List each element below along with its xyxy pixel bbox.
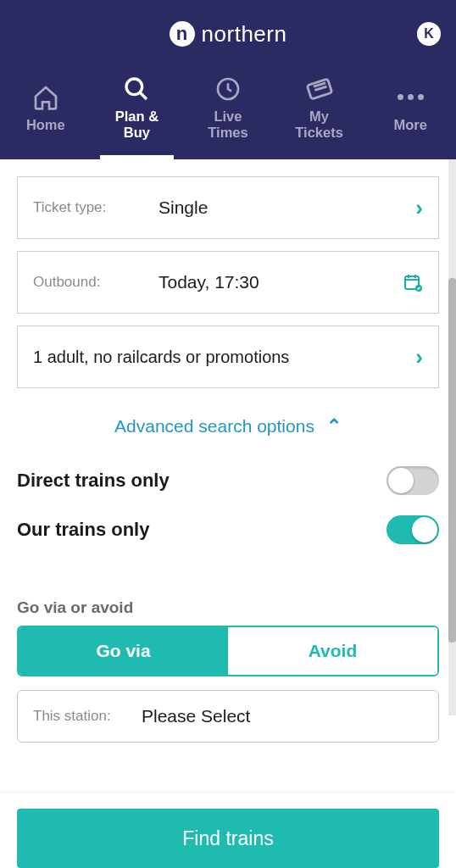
tab-label: Plan & Buy xyxy=(115,108,158,141)
tab-home[interactable]: Home xyxy=(0,68,92,159)
tab-label: Home xyxy=(26,117,65,133)
brand-logo[interactable]: n northern xyxy=(170,21,287,47)
tabs: Home Plan & Buy Live Times My Tickets Mo… xyxy=(0,68,456,159)
via-station-label: This station: xyxy=(33,708,142,725)
brand-row: n northern K xyxy=(0,0,456,68)
svg-line-1 xyxy=(140,92,147,99)
tab-more[interactable]: More xyxy=(364,68,456,159)
our-trains-switch[interactable] xyxy=(386,515,439,544)
svg-point-0 xyxy=(126,79,142,95)
via-avoid-heading: Go via or avoid xyxy=(17,598,439,617)
advanced-options-toggle[interactable]: Advanced search options ⌃ xyxy=(17,400,439,456)
svg-line-5 xyxy=(314,86,326,90)
outbound-label: Outbound: xyxy=(33,274,158,291)
via-station-field[interactable]: This station: Please Select xyxy=(17,690,439,743)
via-station-value: Please Select xyxy=(142,706,250,726)
ticket-type-label: Ticket type: xyxy=(33,199,158,216)
scrollbar-thumb[interactable] xyxy=(448,278,456,643)
direct-trains-label: Direct trains only xyxy=(17,470,170,492)
more-icon xyxy=(396,83,425,112)
tab-my-tickets[interactable]: My Tickets xyxy=(274,68,365,159)
ticket-type-field[interactable]: Ticket type: Single › xyxy=(17,176,439,239)
find-trains-button[interactable]: Find trains xyxy=(17,809,439,868)
search-icon xyxy=(122,75,151,103)
tab-plan-buy[interactable]: Plan & Buy xyxy=(92,68,183,159)
tab-label: More xyxy=(393,117,426,133)
our-trains-row: Our trains only xyxy=(17,505,439,554)
outbound-value: Today, 17:30 xyxy=(158,272,403,292)
avatar[interactable]: K xyxy=(417,22,441,46)
brand-icon: n xyxy=(170,21,195,47)
chevron-right-icon: › xyxy=(415,195,423,221)
passengers-value: 1 adult, no railcards or promotions xyxy=(33,348,415,367)
brand-wordmark: northern xyxy=(202,21,287,47)
scrollbar[interactable] xyxy=(448,159,456,715)
segment-go-via[interactable]: Go via xyxy=(19,627,228,675)
clock-icon xyxy=(214,75,242,103)
search-form: Ticket type: Single › Outbound: Today, 1… xyxy=(0,159,456,868)
advanced-options-label: Advanced search options xyxy=(114,416,314,437)
via-avoid-segmented: Go via Avoid xyxy=(17,626,439,676)
home-icon xyxy=(31,83,60,112)
tab-live-times[interactable]: Live Times xyxy=(182,68,274,159)
direct-trains-row: Direct trains only xyxy=(17,456,439,505)
direct-trains-switch[interactable] xyxy=(386,466,439,495)
passengers-field[interactable]: 1 adult, no railcards or promotions › xyxy=(17,326,439,388)
outbound-field[interactable]: Outbound: Today, 17:30 xyxy=(17,251,439,314)
our-trains-label: Our trains only xyxy=(17,519,149,541)
ticket-icon xyxy=(305,75,334,103)
chevron-up-icon: ⌃ xyxy=(326,415,342,437)
tab-label: Live Times xyxy=(208,108,247,141)
calendar-icon xyxy=(403,272,423,292)
ticket-type-value: Single xyxy=(158,198,415,218)
app-header: n northern K Home Plan & Buy Live Times xyxy=(0,0,456,159)
tab-label: My Tickets xyxy=(295,108,343,141)
footer: Find trains xyxy=(0,793,456,868)
chevron-right-icon: › xyxy=(415,344,423,370)
segment-avoid[interactable]: Avoid xyxy=(228,627,437,675)
